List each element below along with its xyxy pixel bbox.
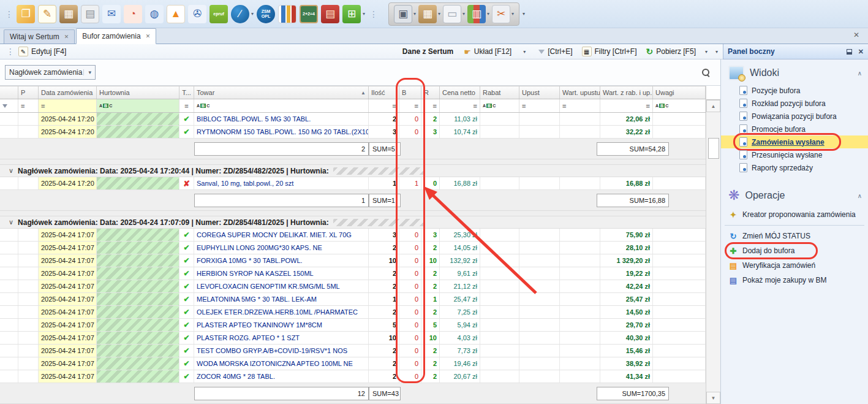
- column-header-r[interactable]: R: [421, 86, 440, 99]
- dropdown-caret-icon[interactable]: ▾: [487, 11, 489, 17]
- operation-item[interactable]: ▤ Pokaż moje zakupy w BM: [721, 273, 868, 288]
- filter-cell-ilosc[interactable]: =: [369, 99, 399, 112]
- dropdown-caret-icon[interactable]: ▾: [462, 11, 465, 17]
- toolbar-overflow-caret[interactable]: ▾: [715, 49, 718, 55]
- table-row[interactable]: 2025-04-24 17:07✔COREGA SUPER MOCNY DELI…: [0, 229, 706, 242]
- column-header-ind[interactable]: [0, 86, 18, 99]
- ctrl-e-filter-button[interactable]: [Ctrl+E]: [538, 47, 572, 56]
- scroll-down-icon[interactable]: ▼: [706, 392, 720, 404]
- filter-cell-p[interactable]: =: [18, 99, 39, 112]
- edit-button[interactable]: ✎ Edytuj [F4]: [18, 47, 66, 56]
- operation-item[interactable]: ✦ Kreator proponowania zamówienia: [721, 207, 868, 222]
- globe-device-icon[interactable]: ◍: [145, 5, 164, 23]
- reports-pie-icon[interactable]: ◔: [124, 5, 142, 23]
- view-list-item[interactable]: Promocje bufora: [721, 123, 868, 135]
- column-header-hurt[interactable]: Hurtownia: [97, 86, 179, 99]
- stats-icon[interactable]: ▮: [278, 5, 296, 23]
- filter-cell-cena[interactable]: =: [440, 99, 480, 112]
- table-row[interactable]: 2025-04-24 17:07✔TEST COMBO GRYP.A/B+COV…: [0, 345, 706, 357]
- news-icon[interactable]: ▤: [81, 5, 99, 23]
- column-header-upust[interactable]: Upust: [519, 86, 560, 99]
- download-button[interactable]: ↻ Pobierz [F5] ▾ ▾: [646, 47, 718, 56]
- tab-close-icon[interactable]: ✕: [146, 33, 151, 39]
- filter-cell-t[interactable]: =: [179, 99, 194, 112]
- filter-cell-uwagi[interactable]: ABC: [653, 99, 706, 112]
- column-header-uwagi[interactable]: Uwagi: [653, 86, 706, 99]
- column-header-towar[interactable]: Towar▲: [194, 86, 369, 99]
- vending-icon[interactable]: ▤: [321, 5, 339, 23]
- collapse-caret-icon[interactable]: ∨: [9, 167, 13, 175]
- dropdown-caret-icon[interactable]: ▾: [511, 11, 514, 17]
- group-header-row[interactable]: ∨Nagłówek zamówienia: Data: 2025-04-24 1…: [0, 216, 706, 229]
- table-row[interactable]: 2025-04-24 17:07✔FORXIGA 10MG * 30 TABL.…: [0, 254, 706, 267]
- table-row[interactable]: 2025-04-24 17:20✘Sanval, 10 mg, tabl.pow…: [0, 177, 706, 190]
- table-row[interactable]: 2025-04-24 17:07✔EUPHYLLIN LONG 200MG*30…: [0, 242, 706, 254]
- view-list-item[interactable]: Powiązania pozycji bufora: [721, 110, 868, 123]
- filter-cell-date[interactable]: =: [39, 99, 97, 112]
- slash-circle-icon[interactable]: ∕: [231, 5, 249, 23]
- group-by-dropdown[interactable]: Nagłówek zamówienia ▾: [5, 65, 96, 80]
- table-row[interactable]: 2025-04-24 17:20✔BIBLOC TABL.POWL. 5 MG …: [0, 113, 706, 126]
- filter-cell-upust[interactable]: =: [519, 99, 560, 112]
- scroll-up-icon[interactable]: ▲: [706, 100, 720, 112]
- table-row[interactable]: 2025-04-24 17:07✔WODA MORSKA IZOTONICZNA…: [0, 357, 706, 370]
- tab-close-icon[interactable]: ✕: [64, 34, 69, 40]
- layout-button[interactable]: ☛ Układ [F12] ▾: [464, 47, 526, 56]
- column-header-t[interactable]: T...: [179, 86, 194, 99]
- dropdown-caret-icon[interactable]: ▾: [413, 11, 416, 17]
- mail-globe-icon[interactable]: ✉: [102, 5, 121, 23]
- table-row[interactable]: 2025-04-24 17:07✔ZOCOR 40MG * 28 TABL.20…: [0, 370, 706, 383]
- table-row[interactable]: 2025-04-24 17:07✔PLASTER APTEO TKANINOWY…: [0, 319, 706, 332]
- dropdown-caret-icon[interactable]: ▾: [438, 11, 440, 17]
- vertical-scrollbar[interactable]: ▲ ▼: [706, 86, 720, 404]
- filter-cell-wart[interactable]: =: [600, 99, 653, 112]
- collapse-chevron-icon[interactable]: ∧: [858, 192, 862, 199]
- operation-item[interactable]: ▤ Weryfikacja zamówień: [721, 258, 868, 273]
- tab-witaj-w-sertum[interactable]: Witaj w Sertum ✕: [4, 29, 75, 44]
- search-icon[interactable]: [702, 69, 709, 76]
- binders-icon[interactable]: ▥: [467, 5, 486, 23]
- dropdown-caret-icon[interactable]: ▾: [251, 11, 254, 17]
- zsm-opl-icon[interactable]: ZSM OPL: [257, 5, 275, 23]
- dropdown-caret-icon[interactable]: ▾: [363, 11, 365, 17]
- table-row[interactable]: 2025-04-24 17:07✔OLEJEK ETER.DRZEWA.HERB…: [0, 306, 706, 319]
- paperclip-icon[interactable]: ✇: [188, 5, 206, 23]
- cash-register-icon[interactable]: ▣: [394, 5, 412, 23]
- documents-icon[interactable]: ❐: [17, 5, 35, 23]
- column-header-cena[interactable]: Cena netto: [440, 86, 480, 99]
- view-list-item[interactable]: Rozkład pozycji bufora: [721, 97, 868, 110]
- delivery-van-icon[interactable]: ▭: [443, 5, 461, 23]
- notes-icon[interactable]: ✎: [38, 5, 56, 23]
- column-header-wart[interactable]: Wart. z rab. i up...: [600, 86, 653, 99]
- collapse-caret-icon[interactable]: ∨: [9, 218, 13, 226]
- filter-cell-ind[interactable]: [0, 99, 18, 112]
- toolbar-grip[interactable]: ⋮: [6, 47, 13, 56]
- toolbar-grip[interactable]: ⋮: [5, 9, 12, 19]
- column-header-b[interactable]: B: [399, 86, 421, 99]
- group-header-row[interactable]: ∨Nagłówek zamówienia: Data: 2025-04-24 1…: [0, 164, 706, 177]
- view-list-item[interactable]: Przesunięcia wysłane: [721, 148, 868, 161]
- table-row[interactable]: 2025-04-24 17:07✔PLASTER ROZG. APTEO * 1…: [0, 332, 706, 345]
- column-header-wupustu[interactable]: Wart. upustu: [560, 86, 600, 99]
- filter-cell-b[interactable]: =: [399, 99, 421, 112]
- filter-cell-rabat[interactable]: ABC: [480, 99, 519, 112]
- chart-peak-icon[interactable]: ▲: [167, 5, 185, 23]
- filter-cell-towar[interactable]: ABC: [194, 99, 369, 112]
- operation-item[interactable]: ✚ Dodaj do bufora: [721, 243, 868, 258]
- column-header-ilosc[interactable]: Ilość: [369, 86, 399, 99]
- scrollbar-thumb[interactable]: [708, 138, 719, 159]
- view-list-item[interactable]: Pozycje bufora: [721, 84, 868, 97]
- view-list-item[interactable]: Zamówienia wysłane: [721, 135, 868, 148]
- column-header-rabat[interactable]: Rabat: [480, 86, 519, 99]
- package-icon[interactable]: ▦: [59, 5, 78, 23]
- dropdown-caret-icon[interactable]: ▾: [523, 49, 526, 55]
- toolbar-grip[interactable]: ⋮: [369, 9, 377, 19]
- views-section-header[interactable]: Widoki ∧: [721, 63, 868, 84]
- toolbar-overflow-caret[interactable]: ▾: [523, 11, 525, 17]
- table-row[interactable]: 2025-04-24 17:20✔RYTMONORM 150 TABL.POWL…: [0, 126, 706, 139]
- column-header-p[interactable]: P: [18, 86, 39, 99]
- table-row[interactable]: 2025-04-24 17:07✔HERBION SYROP NA KASZEL…: [0, 267, 706, 280]
- collapse-chevron-icon[interactable]: ∧: [858, 70, 862, 77]
- dropdown-caret-icon[interactable]: ▾: [705, 49, 708, 55]
- boxes-icon[interactable]: ▦: [418, 5, 437, 23]
